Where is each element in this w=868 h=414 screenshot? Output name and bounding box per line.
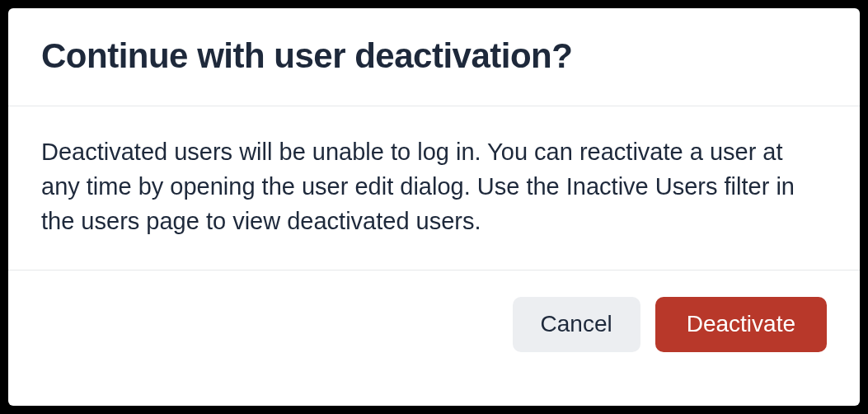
dialog-title: Continue with user deactivation? xyxy=(41,36,827,76)
dialog-footer: Cancel Deactivate xyxy=(8,271,860,380)
dialog-header: Continue with user deactivation? xyxy=(8,8,860,106)
deactivate-button[interactable]: Deactivate xyxy=(655,297,827,352)
dialog-body-text: Deactivated users will be unable to log … xyxy=(41,134,827,238)
confirm-deactivation-dialog: Continue with user deactivation? Deactiv… xyxy=(8,8,860,406)
dialog-body: Deactivated users will be unable to log … xyxy=(8,106,860,271)
cancel-button[interactable]: Cancel xyxy=(513,297,640,352)
